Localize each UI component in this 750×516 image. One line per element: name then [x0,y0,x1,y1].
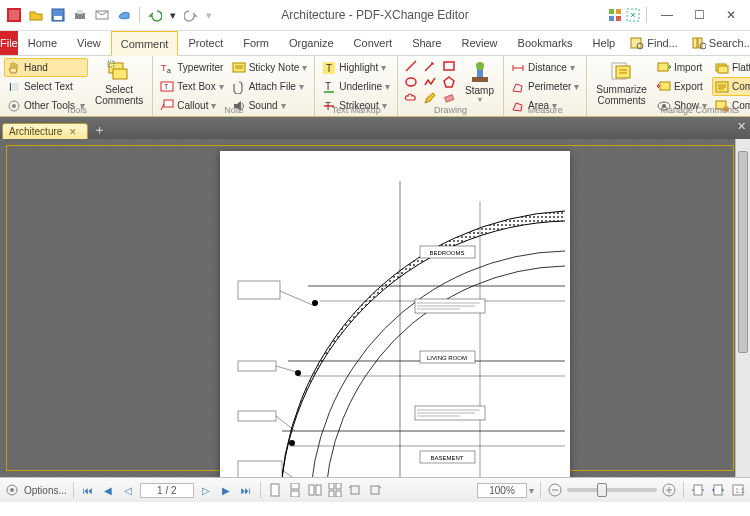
options-button[interactable]: Options... [24,485,67,496]
comments-list[interactable]: Comments List [712,77,750,96]
svg-rect-96 [316,485,321,495]
svg-rect-9 [609,16,614,21]
close-all-icon[interactable]: ✕ [737,120,746,133]
quick-access-toolbar: ▾ ▾ [4,5,215,25]
zoom-slider[interactable] [567,488,657,492]
close-button[interactable]: ✕ [716,3,746,27]
ui-options-icon[interactable] [607,7,623,23]
page-indicator[interactable]: 1 / 2 [140,483,194,498]
first-page-icon[interactable]: ⏮ [80,482,96,498]
typewriter-tool[interactable]: TaTypewriter [157,58,226,77]
textbox-tool[interactable]: TText Box▾ [157,77,226,96]
document-canvas[interactable]: BEDROOMS LIVING ROOM BASEMENT [0,139,750,477]
tab-review[interactable]: Review [451,31,507,55]
launch-icon[interactable] [625,7,641,23]
tab-bookmarks[interactable]: Bookmarks [508,31,583,55]
redo-dropdown-icon[interactable]: ▾ [203,5,215,25]
layout-single-icon[interactable] [267,482,283,498]
search-button[interactable]: Search... [687,33,750,53]
highlight-tool[interactable]: THighlight▾ [319,58,393,77]
tab-organize[interactable]: Organize [279,31,344,55]
zoom-slider-thumb[interactable] [597,483,607,497]
tab-home[interactable]: Home [18,31,67,55]
rotate-ccw-icon[interactable] [347,482,363,498]
email-icon[interactable] [92,5,112,25]
svg-rect-54 [718,66,728,73]
sticky-note-tool[interactable]: Sticky Note▾ [229,58,311,77]
menubar: File Home View Comment Protect Form Orga… [0,31,750,56]
zoom-out-icon[interactable] [547,482,563,498]
vertical-scrollbar[interactable] [735,139,750,477]
svg-rect-97 [329,483,334,489]
attach-file-tool[interactable]: Attach File▾ [229,77,311,96]
rotate-cw-icon[interactable] [367,482,383,498]
undo-dropdown-icon[interactable]: ▾ [167,5,179,25]
prev-view-icon[interactable]: ◁ [120,482,136,498]
next-page-icon[interactable]: ▶ [218,482,234,498]
layout-facing-continuous-icon[interactable] [327,482,343,498]
minimize-button[interactable]: — [652,3,682,27]
close-tab-icon[interactable]: ✕ [69,127,77,137]
actual-size-icon[interactable]: 1:1 [730,482,746,498]
svg-text:1:1: 1:1 [735,487,745,494]
hand-tool[interactable]: Hand [4,58,88,77]
svg-line-76 [276,416,295,431]
find-button[interactable]: Find... [625,33,683,53]
underline-tool[interactable]: TUnderline▾ [319,77,393,96]
document-tab[interactable]: Architecture✕ [2,123,88,139]
shape-line[interactable] [402,58,420,73]
svg-rect-48 [616,66,630,78]
tab-help[interactable]: Help [583,31,626,55]
svg-rect-108 [694,485,702,495]
shape-rect[interactable] [440,58,458,73]
distance-tool[interactable]: Distance▾ [508,58,582,77]
tab-view[interactable]: View [67,31,111,55]
shape-cloud[interactable] [402,90,420,105]
next-view-icon[interactable]: ▷ [198,482,214,498]
layout-continuous-icon[interactable] [287,482,303,498]
tab-comment[interactable]: Comment [111,31,179,56]
undo-icon[interactable] [145,5,165,25]
redo-icon[interactable] [181,5,201,25]
flatten-comments[interactable]: Flatten [712,58,750,77]
tab-share[interactable]: Share [402,31,451,55]
group-text-markup: THighlight▾ TUnderline▾ TStrikeout▾ Text… [315,56,398,116]
save-icon[interactable] [48,5,68,25]
last-page-icon[interactable]: ⏭ [238,482,254,498]
open-icon[interactable] [26,5,46,25]
fit-page-icon[interactable] [690,482,706,498]
shape-polyline[interactable] [421,74,439,89]
summarize-comments[interactable]: Summarize Comments [591,58,652,108]
select-comments-tool[interactable]: Select Comments [90,58,148,108]
perimeter-tool[interactable]: Perimeter▾ [508,77,582,96]
file-tab[interactable]: File [0,31,18,55]
prev-page-icon[interactable]: ◀ [100,482,116,498]
new-tab-button[interactable]: ＋ [90,121,108,139]
tab-form[interactable]: Form [233,31,279,55]
zoom-in-icon[interactable] [661,482,677,498]
group-note: TaTypewriter TText Box▾ Callout▾ Sticky … [153,56,315,116]
stamp-tool[interactable]: Stamp▾ [460,58,499,108]
fit-width-icon[interactable] [710,482,726,498]
print-icon[interactable] [70,5,90,25]
tab-convert[interactable]: Convert [344,31,403,55]
shape-oval[interactable] [402,74,420,89]
svg-rect-95 [309,485,314,495]
zoom-value[interactable]: 100% [477,483,527,498]
shape-pencil[interactable] [421,90,439,105]
layout-facing-icon[interactable] [307,482,323,498]
svg-line-72 [280,291,315,306]
export-comments[interactable]: Export [654,77,710,96]
tab-protect[interactable]: Protect [178,31,233,55]
import-comments[interactable]: Import [654,58,710,77]
scan-icon[interactable] [114,5,134,25]
group-manage-comments: Summarize Comments Import Export Show▾ F… [587,56,750,116]
maximize-button[interactable]: ☐ [684,3,714,27]
shape-polygon[interactable] [440,74,458,89]
shape-arrow[interactable] [421,58,439,73]
gear-icon[interactable] [4,482,20,498]
select-text-tool[interactable]: ISelect Text [4,77,88,96]
scroll-thumb[interactable] [738,151,748,353]
app-icon[interactable] [4,5,24,25]
shape-eraser[interactable] [440,90,458,105]
